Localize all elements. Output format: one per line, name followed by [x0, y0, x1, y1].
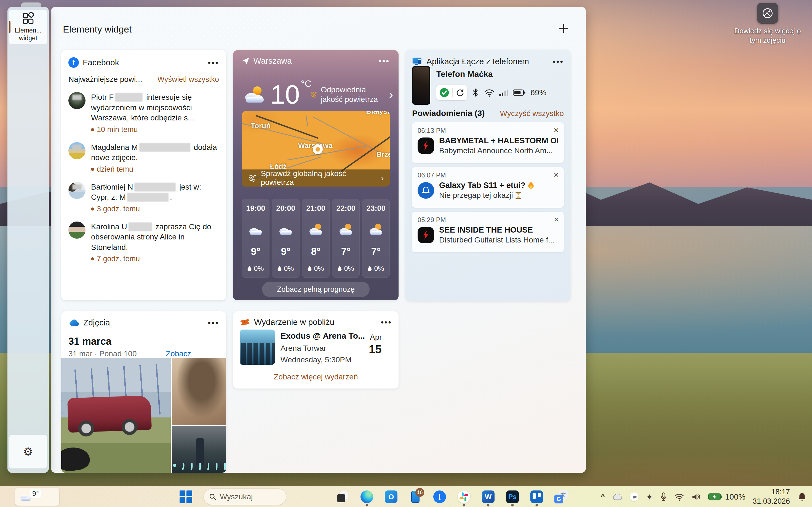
connection-pill[interactable] — [436, 85, 467, 100]
droplet-icon — [277, 266, 282, 271]
more-menu-icon[interactable]: ••• — [208, 321, 219, 325]
onedrive-tray-icon[interactable] — [612, 493, 622, 500]
hour-temp: 9° — [281, 246, 291, 258]
notification-title: Galaxy Tab S11 + etui? — [439, 181, 525, 190]
photo-cat[interactable] — [172, 358, 226, 425]
google-translate-button[interactable]: 文G — [554, 490, 568, 503]
event-venue: Arena Torwar — [281, 344, 326, 353]
chevron-right-icon: › — [389, 89, 393, 101]
taskbar-weather-chip[interactable]: 9° — [15, 488, 59, 506]
facebook-post[interactable]: Piotr F interesuje się wydarzeniem w mie… — [68, 92, 219, 134]
facebook-icon: f — [68, 57, 79, 68]
air-quality-map[interactable]: ToruńWarszawaŁódźBrześćBiałystok Sprawdź… — [242, 111, 390, 186]
event-name[interactable]: Exodus @ Arena To... — [281, 331, 365, 341]
phone-battery-icon — [513, 89, 526, 97]
learn-more-caption: Dowiedz się więcej o tym zdjęciu — [730, 26, 805, 45]
search-input[interactable] — [220, 492, 275, 501]
more-menu-icon[interactable]: ••• — [380, 320, 392, 324]
notification-list: 06:13 PM × BABYMETAL + HALESTORM ON... — [412, 122, 564, 252]
unread-dot — [91, 168, 94, 171]
widgets-settings-button[interactable]: ⚙ — [9, 435, 47, 468]
notification-body: Disturbed Guitarist Lists Home f... — [439, 236, 555, 244]
edge-browser-button[interactable] — [360, 490, 373, 503]
onedrive-cloud-icon — [68, 319, 80, 327]
facebook-post[interactable]: Karolina U zaprasza Cię do obserowania s… — [68, 222, 219, 264]
tray-expand-icon[interactable]: ^ — [601, 492, 605, 501]
hourly-forecast-item: 23:00 7° 0% — [362, 199, 390, 278]
phone-link-taskbar-button[interactable]: 16 — [409, 490, 422, 503]
hourglass-emoji-icon — [515, 192, 521, 199]
air-quality-icon — [248, 173, 257, 183]
event-month: Apr — [370, 333, 382, 342]
notification-app-icon — [418, 182, 434, 199]
notification-app-icon — [418, 137, 434, 154]
photo-collage — [61, 358, 226, 473]
event-band-photo[interactable] — [240, 330, 275, 365]
learn-more-photo-button[interactable] — [757, 3, 778, 24]
task-view-button[interactable] — [336, 490, 349, 503]
hour-weather-icon — [276, 223, 295, 236]
volume-tray-icon[interactable] — [692, 493, 701, 501]
more-menu-icon[interactable]: ••• — [378, 59, 390, 63]
full-forecast-button[interactable]: Zobacz pełną prognozę — [262, 282, 369, 297]
photo-car[interactable] — [61, 358, 171, 473]
phone-screen-thumbnail[interactable] — [412, 66, 430, 105]
notification-app-icon — [418, 227, 434, 243]
photo-presenter[interactable] — [172, 426, 226, 473]
running-indicator — [536, 504, 538, 506]
unread-dot — [91, 258, 94, 261]
sidebar-item-widgets[interactable]: Elemen... widget — [9, 10, 47, 44]
microphone-tray-icon[interactable] — [660, 492, 667, 502]
notification-time: 06:07 PM — [418, 171, 558, 179]
more-events-link[interactable]: Zobacz więcej wydarzeń — [233, 373, 399, 381]
nearby-event-widget: Wydarzenie w pobliżu ••• Exodus @ Arena … — [233, 312, 399, 389]
running-indicator — [487, 504, 490, 506]
hour-temp: 7° — [341, 246, 351, 258]
clear-all-link[interactable]: Wyczyść wszystko — [500, 109, 564, 118]
taskbar-clock[interactable]: 18:17 31.03.2026 — [753, 488, 790, 506]
post-text: Piotr F interesuje się wydarzeniem w mie… — [91, 92, 219, 123]
droplet-icon — [247, 266, 252, 271]
facebook-view-all-link[interactable]: Wyświetl wszystko — [157, 75, 219, 84]
start-button[interactable] — [179, 490, 193, 503]
battery-tray[interactable]: 100% — [708, 492, 746, 502]
close-icon[interactable]: × — [554, 214, 559, 225]
facebook-post[interactable]: Bartłomiej N jest w: Cypr, z: M. 3 godz.… — [68, 182, 219, 213]
sync-refresh-icon[interactable] — [455, 88, 464, 97]
hour-precip: 0% — [368, 265, 384, 273]
close-icon[interactable]: × — [554, 170, 559, 180]
hour-precip: 0% — [277, 265, 294, 273]
trello-button[interactable] — [530, 490, 543, 503]
map-city-label: Białystok — [366, 111, 390, 116]
phone-notification[interactable]: 06:07 PM × Galaxy Tab S11 + etui? — [412, 167, 564, 208]
facebook-app-button[interactable]: f — [433, 490, 446, 503]
more-menu-icon[interactable]: ••• — [208, 61, 219, 65]
wifi-tray-icon[interactable] — [674, 493, 684, 501]
global-air-quality-button[interactable]: Sprawdź globalną jakość powietrza › — [242, 169, 390, 186]
clock-time: 18:17 — [753, 488, 790, 497]
current-conditions[interactable]: 10 °C Odpowiednia jakość powietrza › — [242, 76, 393, 112]
sparkle-tray-icon[interactable]: ✦ — [646, 492, 653, 502]
lightning-bolt-icon — [421, 230, 430, 240]
notification-time: 05:29 PM — [418, 216, 558, 224]
more-menu-icon[interactable]: ••• — [552, 59, 564, 64]
phone-notification[interactable]: 05:29 PM × SEE INSIDE THE HOUSE — [412, 212, 564, 252]
slack-tray-icon[interactable] — [630, 492, 638, 501]
avatar — [68, 142, 86, 159]
word-button[interactable]: W — [481, 490, 495, 503]
post-text: Bartłomiej N jest w: Cypr, z: M. — [91, 182, 219, 203]
outlook-button[interactable]: O — [385, 490, 398, 503]
taskbar-search[interactable] — [204, 489, 286, 505]
hour-weather-icon — [247, 223, 265, 236]
add-widget-button[interactable]: + — [559, 19, 569, 37]
droplet-icon — [308, 266, 312, 271]
notification-bell-icon[interactable] — [797, 492, 807, 502]
photoshop-button[interactable]: Ps — [506, 490, 519, 503]
hour-label: 21:00 — [306, 204, 325, 213]
slack-button[interactable] — [457, 490, 470, 503]
phone-notification[interactable]: 06:13 PM × BABYMETAL + HALESTORM ON... — [412, 122, 564, 163]
hour-temp: 9° — [251, 246, 260, 258]
close-icon[interactable]: × — [554, 125, 559, 135]
facebook-post[interactable]: Magdalena M dodała nowe zdjęcie. dzień t… — [68, 142, 219, 174]
cellular-signal-icon — [499, 89, 508, 97]
